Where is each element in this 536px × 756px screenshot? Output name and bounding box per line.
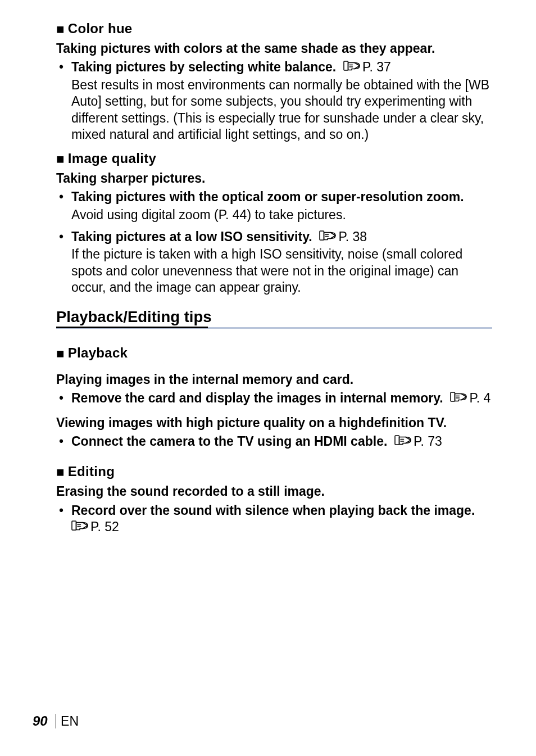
page-ref: P. 73 xyxy=(391,433,442,450)
heading-image-quality: ■Image quality xyxy=(56,150,492,168)
page-number: 90 xyxy=(33,713,48,729)
bullet-body-image-quality-2: If the picture is taken with a high ISO … xyxy=(71,246,492,296)
bullet-marker: • xyxy=(56,433,71,450)
bullet-playback-2: • Connect the camera to the TV using an … xyxy=(56,433,492,450)
para-image-quality-intro: Taking sharper pictures. xyxy=(56,170,492,187)
bullet-title: Taking pictures by selecting white balan… xyxy=(71,60,336,74)
bullet-color-hue-1: • Taking pictures by selecting white bal… xyxy=(56,59,492,75)
page-ref: P. 37 xyxy=(340,59,391,75)
bullet-marker: • xyxy=(56,229,71,245)
hand-pointer-icon xyxy=(450,391,467,402)
heading-color-hue: ■Color hue xyxy=(56,20,492,38)
para-playback-1: Playing images in the internal memory an… xyxy=(56,372,492,388)
page-ref-text: P. 52 xyxy=(90,519,119,535)
underline-black xyxy=(56,327,208,328)
square-bullet-icon: ■ xyxy=(56,345,65,362)
bullet-marker: • xyxy=(56,189,71,205)
bullet-title: Record over the sound with silence when … xyxy=(71,503,475,518)
page-ref-text: P. 38 xyxy=(338,229,367,245)
hand-pointer-icon xyxy=(394,434,411,446)
bullet-content: Taking pictures by selecting white balan… xyxy=(71,59,492,75)
bullet-content: Taking pictures with the optical zoom or… xyxy=(71,189,492,205)
page-ref: P. 38 xyxy=(316,229,367,245)
heading-playback: ■Playback xyxy=(56,345,492,362)
hand-pointer-icon xyxy=(71,520,88,531)
bullet-content: Record over the sound with silence when … xyxy=(71,503,492,536)
heading-text: Playback xyxy=(68,345,128,360)
bullet-content: Taking pictures at a low ISO sensitivity… xyxy=(71,229,492,245)
para-playback-2: Viewing images with high picture quality… xyxy=(56,415,492,431)
heading-editing: ■Editing xyxy=(56,463,492,481)
footer-lang: EN xyxy=(61,714,79,729)
para-color-hue-intro: Taking pictures with colors at the same … xyxy=(56,40,492,57)
bullet-body-color-hue-1: Best results in most environments can no… xyxy=(71,77,492,143)
bullet-image-quality-1: • Taking pictures with the optical zoom … xyxy=(56,189,492,205)
heading-text: Color hue xyxy=(68,21,133,36)
hand-pointer-icon xyxy=(343,60,360,71)
bullet-editing-1: • Record over the sound with silence whe… xyxy=(56,503,492,536)
square-bullet-icon: ■ xyxy=(56,151,65,168)
page-ref-text: P. 73 xyxy=(414,433,442,450)
bullet-title: Connect the camera to the TV using an HD… xyxy=(71,434,387,449)
heading-text: Image quality xyxy=(68,151,156,166)
para-editing-1: Erasing the sound recorded to a still im… xyxy=(56,483,492,500)
bullet-playback-1: • Remove the card and display the images… xyxy=(56,390,492,406)
bullet-body-image-quality-1: Avoid using digital zoom (P. 44) to take… xyxy=(71,207,492,223)
footer-separator xyxy=(56,714,56,728)
hand-pointer-icon xyxy=(319,230,336,241)
section-underline xyxy=(56,327,492,330)
bullet-marker: • xyxy=(56,390,71,406)
bullet-marker: • xyxy=(56,503,71,536)
section-title: Playback/Editing tips xyxy=(56,307,492,327)
page-ref-text: P. 37 xyxy=(362,59,391,75)
square-bullet-icon: ■ xyxy=(56,464,65,481)
heading-text: Editing xyxy=(68,464,115,479)
bullet-title: Taking pictures at a low ISO sensitivity… xyxy=(71,229,312,244)
bullet-marker: • xyxy=(56,59,71,75)
page-footer: 90 EN xyxy=(33,713,79,729)
bullet-content: Connect the camera to the TV using an HD… xyxy=(71,433,492,450)
page-content: ■Color hue Taking pictures with colors a… xyxy=(0,0,536,756)
page-ref-text: P. 4 xyxy=(469,390,490,406)
bullet-content: Remove the card and display the images i… xyxy=(71,390,492,406)
bullet-title: Remove the card and display the images i… xyxy=(71,391,443,405)
bullet-image-quality-2: • Taking pictures at a low ISO sensitivi… xyxy=(56,229,492,245)
page-ref: P. 4 xyxy=(447,390,490,406)
page-ref: P. 52 xyxy=(71,519,119,535)
section-playback-editing: Playback/Editing tips xyxy=(56,307,492,330)
square-bullet-icon: ■ xyxy=(56,21,65,38)
bullet-title: Taking pictures with the optical zoom or… xyxy=(71,189,464,204)
